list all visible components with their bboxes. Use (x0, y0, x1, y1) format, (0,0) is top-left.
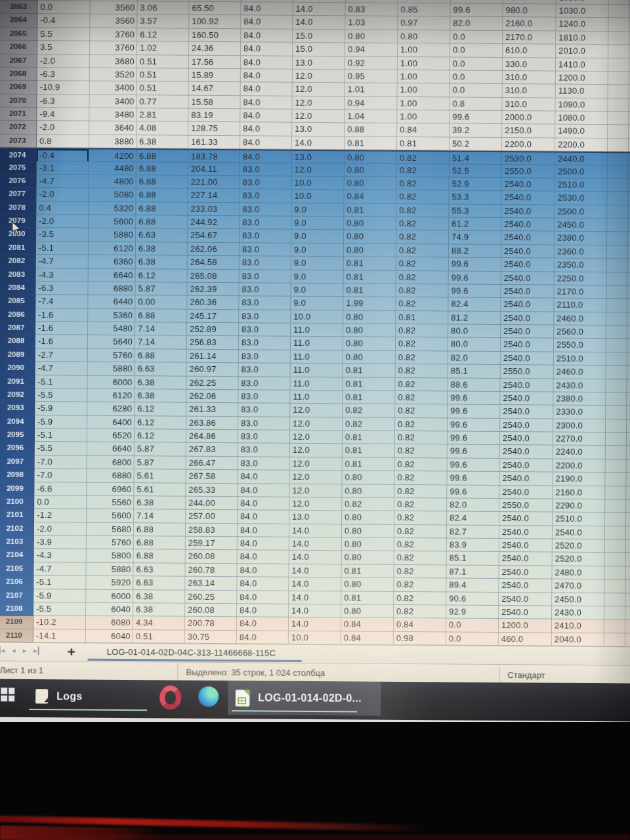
row-header[interactable]: 2093 (0, 402, 35, 415)
cell[interactable] (606, 299, 627, 312)
cell[interactable]: 13.0 (289, 511, 342, 524)
cell[interactable]: 2160.0 (503, 17, 556, 30)
row-header[interactable]: 2074 (0, 149, 37, 162)
cell[interactable]: 84.0 (237, 617, 289, 630)
cell[interactable]: 5320 (89, 201, 136, 215)
cell[interactable]: 1080.0 (555, 112, 608, 125)
cell[interactable]: 0.82 (396, 257, 449, 270)
cell[interactable]: -2.0 (36, 215, 89, 228)
cell[interactable]: 2040.0 (552, 633, 604, 646)
cell[interactable]: 5.87 (135, 282, 187, 295)
cell[interactable]: 83.0 (238, 377, 290, 390)
cell[interactable]: 12.0 (290, 417, 343, 430)
cell[interactable]: 244.92 (188, 216, 240, 229)
cell[interactable]: 2540.0 (501, 272, 555, 285)
cell[interactable]: 9.0 (291, 203, 344, 216)
cell[interactable]: -1.2 (34, 509, 87, 522)
cell[interactable]: 0.84 (341, 618, 394, 631)
cell[interactable] (605, 526, 626, 539)
cell[interactable]: 254.67 (188, 229, 240, 242)
cell[interactable]: 2530.0 (555, 192, 607, 205)
cell[interactable]: 5800 (87, 549, 134, 562)
cell[interactable]: 0.85 (398, 3, 450, 16)
cell[interactable]: 2300.0 (553, 419, 606, 432)
cell[interactable]: 7.14 (135, 335, 187, 348)
row-header[interactable]: 2094 (0, 415, 35, 428)
cell[interactable]: 84.0 (238, 497, 289, 510)
cell[interactable]: 6.38 (136, 135, 188, 148)
cell[interactable]: 2540.0 (501, 312, 554, 325)
cell[interactable]: 6640 (87, 442, 135, 455)
cell[interactable]: 12.0 (292, 163, 345, 176)
cell[interactable]: 85.1 (448, 365, 501, 378)
cell[interactable]: 1.99 (343, 297, 396, 310)
cell[interactable]: 2540.0 (501, 218, 555, 231)
cell[interactable]: 2510.0 (554, 352, 606, 365)
cell[interactable]: 83.0 (240, 256, 291, 269)
cell[interactable]: 1200.0 (499, 619, 552, 632)
cell[interactable]: 6.38 (133, 590, 185, 603)
cell[interactable]: 2430.0 (552, 606, 604, 619)
cell[interactable]: 265.08 (188, 269, 240, 282)
cell[interactable]: 83.0 (238, 417, 290, 430)
cell[interactable]: 0.80 (342, 484, 394, 497)
cell[interactable]: 2540.0 (501, 325, 554, 338)
cell[interactable] (606, 366, 627, 379)
cell[interactable]: 0.82 (396, 337, 448, 350)
cell[interactable]: 2520.0 (553, 553, 605, 566)
cell[interactable]: 260.36 (187, 296, 239, 309)
cell[interactable]: 610.0 (503, 44, 556, 57)
cell[interactable]: 0.82 (396, 190, 449, 203)
cell[interactable]: 2200.0 (553, 459, 606, 472)
cell[interactable]: 6360 (89, 255, 136, 268)
cell[interactable]: 2200.0 (502, 138, 555, 151)
cell[interactable]: 83.0 (240, 176, 292, 189)
cell[interactable]: 0.0 (450, 30, 503, 43)
cell[interactable]: 83.19 (188, 109, 240, 122)
row-header[interactable]: 2089 (0, 348, 35, 361)
cell[interactable]: 260.78 (185, 563, 237, 576)
first-sheet-icon[interactable]: ◂ (0, 646, 5, 655)
cell[interactable]: 263.86 (186, 416, 238, 429)
cell[interactable]: 260.08 (185, 604, 237, 617)
row-header[interactable]: 2081 (0, 241, 36, 254)
cell[interactable]: 2540.0 (499, 485, 553, 498)
cell[interactable]: 0.8 (37, 135, 89, 148)
cell[interactable]: 0.81 (343, 390, 395, 404)
cell[interactable]: 83.0 (239, 337, 291, 350)
cell[interactable]: 310.0 (503, 71, 556, 84)
cell[interactable]: 0.82 (397, 152, 450, 165)
cell[interactable]: 6520 (87, 429, 135, 442)
cell[interactable]: 0.0 (446, 619, 499, 632)
cell[interactable]: 6.12 (135, 429, 186, 442)
cell[interactable] (607, 272, 628, 285)
cell[interactable]: 12.0 (289, 471, 342, 484)
cell[interactable]: 6120 (87, 388, 135, 402)
cell[interactable]: 0.80 (342, 537, 394, 551)
cell[interactable]: 2410.0 (552, 620, 604, 633)
cell[interactable]: 9.0 (291, 284, 343, 297)
cell[interactable]: 3560 (90, 14, 137, 28)
cell[interactable]: 99.6 (448, 405, 500, 418)
cell[interactable]: 12.0 (293, 83, 345, 96)
row-header[interactable]: 2070 (0, 94, 37, 107)
row-header[interactable]: 2100 (0, 495, 34, 509)
cell[interactable]: 2190.0 (553, 472, 605, 486)
cell[interactable]: 2550.0 (501, 365, 554, 378)
cell[interactable]: 0.80 (342, 551, 394, 564)
row-header[interactable]: 2083 (0, 268, 36, 281)
cell[interactable]: 0.82 (396, 351, 448, 364)
cell[interactable]: 262.06 (186, 390, 238, 403)
cell[interactable]: 1090.0 (555, 98, 608, 111)
row-header[interactable]: 2085 (0, 295, 35, 308)
cell[interactable]: 84.0 (241, 29, 293, 42)
cell[interactable]: 83.0 (240, 189, 291, 202)
cell[interactable]: 7.14 (135, 322, 187, 335)
cell[interactable]: -4.7 (33, 562, 86, 576)
cell[interactable]: 12.0 (289, 484, 342, 497)
cell[interactable]: 83.0 (238, 444, 290, 457)
cell[interactable] (608, 58, 629, 72)
cell[interactable] (606, 312, 627, 326)
cell[interactable]: 245.17 (187, 309, 239, 322)
cell[interactable] (606, 392, 627, 406)
